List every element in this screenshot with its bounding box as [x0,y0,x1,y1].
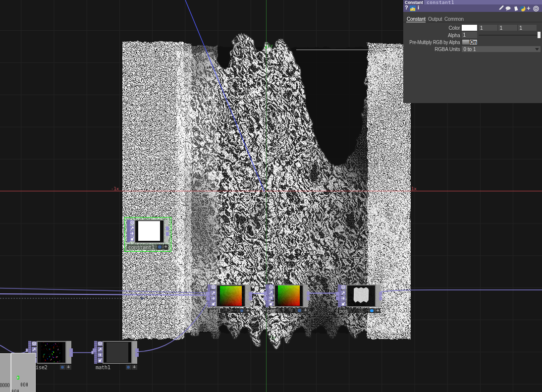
expand-button[interactable]: + [376,308,381,314]
output-connector[interactable] [379,296,382,300]
alpha-value-field[interactable]: 1 [462,32,478,38]
input-connector[interactable] [206,296,210,300]
tab-constant[interactable]: Constant [407,16,426,22]
alpha-slider-handle[interactable] [538,32,541,38]
node-end[interactable]: end + [266,284,309,313]
input-connector[interactable] [206,292,210,296]
node-flags[interactable] [211,285,216,307]
bypass-flag-icon[interactable] [98,352,103,357]
input-connector[interactable] [264,296,267,300]
viewer-flag-icon[interactable] [98,341,103,346]
expand-button[interactable]: + [163,244,169,250]
copy-parameters-icon[interactable] [513,5,519,12]
display-dot-button[interactable] [157,244,163,250]
node-add1[interactable]: add1 + [208,284,251,313]
node-viewer-thumbnail[interactable] [346,284,376,307]
expand-button[interactable]: + [245,308,251,314]
output-connector[interactable] [69,348,73,352]
param-row-alpha: Alpha 1 [403,32,542,38]
premultiply-toggle-slider[interactable] [462,39,470,45]
node-name-bar[interactable]: end + [266,308,309,313]
output-connector[interactable] [135,353,139,357]
viewer-flag-icon[interactable] [341,285,346,290]
node-flags[interactable] [98,341,103,364]
node-viewer-thumbnail[interactable] [37,341,66,364]
display-dot-button[interactable] [126,365,131,370]
tab-common[interactable]: Common [444,16,464,22]
node-name-bar[interactable]: pos + [338,308,381,314]
activate-viewer-flag-icon[interactable] [269,290,273,295]
tab-output[interactable]: Output [428,16,442,22]
dialog-options-icon[interactable] [533,5,539,12]
node-name-bar[interactable]: add1 + [208,308,251,314]
lock-flag-icon[interactable] [269,301,273,306]
lock-flag-icon[interactable] [341,301,346,306]
bypass-flag-icon[interactable] [269,295,273,300]
bypass-flag-icon[interactable] [341,296,346,301]
output-connector[interactable] [135,348,139,352]
node-math1[interactable]: math1 + [94,341,137,370]
activate-viewer-flag-icon[interactable] [32,347,37,352]
node-name-bar[interactable]: math1 + [94,365,137,370]
node-viewer-thumbnail[interactable] [103,341,132,364]
overlay-panel-left[interactable] [0,353,11,392]
input-connector[interactable] [93,348,96,352]
expand-button[interactable]: + [132,365,137,370]
dropdown-arrow-icon [535,48,539,51]
input-connector[interactable] [336,292,339,296]
output-connector[interactable] [307,296,310,300]
python-language-icon[interactable] [520,5,526,12]
display-dot-button[interactable] [369,308,375,314]
bypass-flag-icon[interactable] [211,296,216,301]
add-parameter-icon[interactable]: + [527,4,533,11]
edit-comment-icon[interactable] [498,4,504,11]
parameter-dialog-titlebar[interactable]: Constant constant1 [403,0,542,4]
node-viewer-thumbnail[interactable] [216,284,246,307]
expand-button[interactable]: + [66,365,71,370]
node-pos[interactable]: pos + [338,284,381,313]
input-connector[interactable] [264,291,267,295]
color-value-g[interactable]: 1 [498,25,517,31]
parameter-tabs: Constant Output Common [403,12,542,22]
node-viewer-thumbnail[interactable] [274,284,304,307]
activate-viewer-flag-icon[interactable] [341,290,346,295]
rgba-units-dropdown[interactable]: 0 to 1 [462,46,541,52]
input-connector[interactable] [336,296,339,300]
output-connector[interactable] [249,292,252,296]
node-viewer-thumbnail[interactable] [134,220,164,243]
viewer-flag-icon[interactable] [32,341,37,346]
node-flags[interactable] [269,284,273,307]
activate-viewer-flag-icon[interactable] [98,347,103,352]
color-value-r[interactable]: 1 [479,25,497,31]
help-icon[interactable]: ? [405,4,408,10]
output-connector[interactable] [379,292,382,296]
node-constant1[interactable]: constant1 + [124,217,171,252]
comment-bubble-icon[interactable] [505,5,511,12]
output-connector[interactable] [307,291,310,295]
output-connector[interactable] [69,353,73,357]
color-value-b[interactable]: 1 [518,25,537,31]
node-name-bar[interactable]: constant1 + [127,244,169,250]
param-row-premultiply: Pre-Multiply RGB by Alpha On [403,39,542,45]
viewer-flag-icon[interactable] [269,284,273,289]
activate-viewer-flag-icon[interactable] [211,290,216,295]
output-connector[interactable] [166,226,169,230]
alpha-slider-track[interactable] [479,35,541,36]
overlay-panel-right[interactable] [11,353,36,392]
premultiply-toggle-state[interactable]: On [469,39,478,45]
lock-flag-icon[interactable] [211,301,216,306]
lock-flag-icon[interactable] [98,358,103,363]
viewer-flag-icon[interactable] [211,285,216,290]
expand-button[interactable]: + [303,308,309,313]
node-flags[interactable] [341,285,346,307]
param-label-rgba-units: RGBA Units [434,47,460,52]
python-help-icon[interactable]: ? [410,5,416,11]
display-dot-button[interactable] [239,308,245,314]
operator-name-field[interactable]: constant1 [424,0,542,4]
display-dot-button[interactable] [297,308,302,313]
output-connector[interactable] [166,232,169,236]
color-swatch[interactable] [462,25,478,31]
output-connector[interactable] [249,296,252,300]
info-icon[interactable]: i [418,4,419,10]
display-dot-button[interactable] [60,365,65,370]
